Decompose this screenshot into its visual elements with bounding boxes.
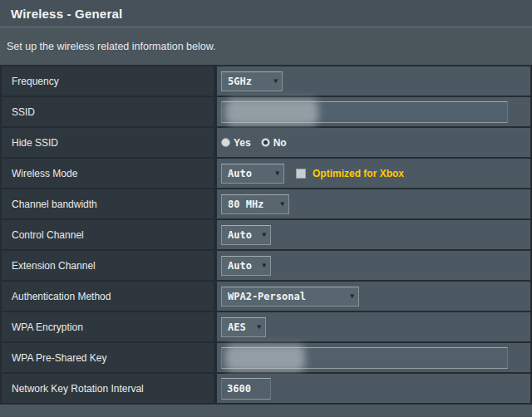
table-row-wpa-encryption: WPA Encryption AES ▼ [2,312,530,341]
redacted-value-blur [225,99,318,125]
chevron-down-icon: ▼ [280,200,284,208]
control-channel-label: Control Channel [2,220,214,249]
table-row-channel-bandwidth: Channel bandwidth 80 MHz ▼ [2,189,530,218]
chevron-down-icon: ▼ [257,323,261,331]
radio-label-yes: Yes [234,137,251,149]
redacted-value-blur [225,345,305,371]
chevron-down-icon: ▼ [262,262,266,269]
table-row-extension-channel: Extension Channel Auto ▼ [2,251,530,280]
wpa-key-input[interactable] [221,347,508,369]
key-rotation-input[interactable] [227,379,270,399]
table-row-wpa-key: WPA Pre-Shared Key [2,343,530,372]
hide-ssid-no-option[interactable]: No [261,137,287,149]
wireless-general-page: Wireless - General Set up the wireless r… [0,0,532,417]
chevron-down-icon: ▼ [262,231,266,238]
authentication-method-select-value: WPA2-Personal [228,291,306,302]
table-row-authentication-method: Authentication Method WPA2-Personal ▼ [2,282,530,311]
wpa-encryption-select[interactable]: AES ▼ [221,317,266,337]
hide-ssid-label: Hide SSID [2,128,214,157]
wireless-mode-select-value: Auto [228,168,252,179]
table-row-hide-ssid: Hide SSID Yes No [2,128,530,157]
authentication-method-select[interactable]: WPA2-Personal ▼ [221,287,359,307]
channel-bandwidth-select-value: 80 MHz [228,199,264,210]
frequency-select-value: 5GHz [228,76,252,87]
radio-selected-icon[interactable] [261,138,270,147]
hide-ssid-radio-group: Yes No [221,137,287,149]
page-header: Wireless - General [0,0,532,27]
frequency-label: Frequency [2,66,214,96]
table-row-ssid: SSID [2,97,530,126]
extension-channel-select-value: Auto [228,260,252,272]
xbox-optimized-checkbox[interactable] [296,169,306,179]
table-row-key-rotation: Network Key Rotation Interval [2,374,530,403]
extension-channel-label: Extension Channel [2,251,214,280]
wireless-settings-table: Frequency 5GHz ▼ SSID Hide SSID [0,65,532,405]
control-channel-select[interactable]: Auto ▼ [221,225,271,245]
authentication-method-label: Authentication Method [2,282,214,311]
key-rotation-label: Network Key Rotation Interval [2,374,214,403]
channel-bandwidth-select[interactable]: 80 MHz ▼ [221,194,289,214]
control-channel-select-value: Auto [228,229,252,241]
channel-bandwidth-label: Channel bandwidth [2,189,214,218]
chevron-down-icon: ▼ [350,292,354,300]
wpa-encryption-select-value: AES [228,321,246,333]
chevron-down-icon: ▼ [273,77,278,85]
wpa-encryption-label: WPA Encryption [2,312,214,341]
frequency-select[interactable]: 5GHz ▼ [221,71,283,91]
chevron-down-icon: ▼ [275,169,279,177]
xbox-optimized-label: Optimized for Xbox [313,168,404,179]
table-row-control-channel: Control Channel Auto ▼ [2,220,530,249]
table-row-frequency: Frequency 5GHz ▼ [2,66,530,96]
page-description: Set up the wireless related information … [0,27,532,65]
table-row-wireless-mode: Wireless Mode Auto ▼ Optimized for Xbox [2,159,530,188]
extension-channel-select[interactable]: Auto ▼ [221,256,271,276]
hide-ssid-yes-option[interactable]: Yes [221,137,251,149]
radio-unselected-icon[interactable] [221,138,230,147]
wireless-mode-select[interactable]: Auto ▼ [221,164,284,184]
footer-strip [0,405,532,416]
radio-label-no: No [273,137,287,149]
wireless-mode-label: Wireless Mode [2,159,214,188]
ssid-input[interactable] [221,101,508,123]
page-title: Wireless - General [11,7,122,21]
wpa-key-label: WPA Pre-Shared Key [2,343,214,372]
ssid-label: SSID [2,97,214,126]
